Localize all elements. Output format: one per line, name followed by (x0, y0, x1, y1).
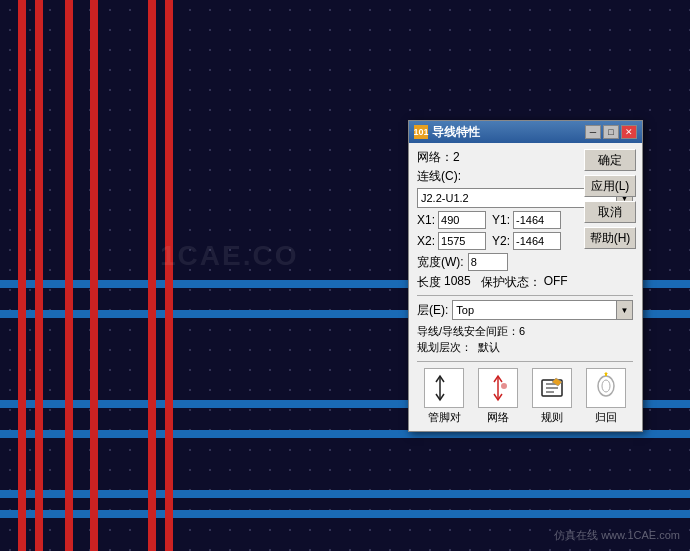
h-line-5 (0, 490, 690, 498)
v-line-5 (148, 0, 156, 551)
icon-network[interactable]: 网络 (471, 366, 525, 427)
x2-label: X2: (417, 234, 435, 248)
icon-tube-pair[interactable]: 管脚对 (417, 366, 471, 427)
protect-value: OFF (544, 274, 568, 291)
y1-field: Y1: (492, 211, 561, 229)
protect-label: 保护状态： (481, 274, 541, 291)
icon-rules[interactable]: 规则 (525, 366, 579, 427)
v-line-1 (18, 0, 26, 551)
safety-row: 导线/导线安全间距：6 (417, 324, 633, 339)
tube-pair-icon (428, 372, 460, 404)
icon-return[interactable]: 归回 (579, 366, 633, 427)
y1-input[interactable] (513, 211, 561, 229)
ok-button[interactable]: 确定 (584, 149, 636, 171)
maximize-button[interactable]: □ (603, 125, 619, 139)
svg-point-8 (598, 376, 614, 396)
dialog-title: 导线特性 (432, 124, 480, 141)
svg-marker-7 (552, 378, 562, 386)
rules-icon (536, 372, 568, 404)
dialog-titlebar: 101 导线特性 ─ □ ✕ (409, 121, 642, 143)
length-label: 长度 (417, 274, 441, 291)
y1-label: Y1: (492, 213, 510, 227)
layer-label: 层(E): (417, 302, 448, 319)
button-column: 确定 应用(L) 取消 帮助(H) (584, 149, 636, 249)
svg-point-2 (501, 383, 507, 389)
v-line-2 (35, 0, 43, 551)
x1-label: X1: (417, 213, 435, 227)
icon-return-label: 归回 (595, 410, 617, 425)
dialog-main: 网络：2 连线(C): J2.2-U1.2 ▼ X1: (417, 149, 690, 427)
cad-watermark: 1CAE.CO (160, 240, 298, 272)
svg-point-9 (602, 380, 610, 392)
minimize-button[interactable]: ─ (585, 125, 601, 139)
safety-label: 导线/导线安全间距：6 (417, 324, 525, 339)
cancel-button[interactable]: 取消 (584, 201, 636, 223)
close-button[interactable]: ✕ (621, 125, 637, 139)
dialog-title-left: 101 导线特性 (414, 124, 480, 141)
apply-button[interactable]: 应用(L) (584, 175, 636, 197)
width-input[interactable] (468, 253, 508, 271)
protect-item: 保护状态： OFF (481, 274, 568, 291)
v-line-4 (90, 0, 98, 551)
rules-value: 默认 (478, 340, 500, 355)
icon-tube-pair-label: 管脚对 (428, 410, 461, 425)
x2-field: X2: (417, 232, 486, 250)
v-line-3 (65, 0, 73, 551)
icon-tube-pair-box (424, 368, 464, 408)
divider-1 (417, 295, 633, 296)
y2-field: Y2: (492, 232, 561, 250)
icon-return-box (586, 368, 626, 408)
layer-dropdown[interactable]: Top ▼ (452, 300, 633, 320)
icon-network-box (478, 368, 518, 408)
dialog-controls: ─ □ ✕ (585, 125, 637, 139)
v-line-6 (165, 0, 173, 551)
length-item: 长度 1085 (417, 274, 471, 291)
x1-input[interactable] (438, 211, 486, 229)
width-row: 宽度(W): (417, 253, 633, 271)
return-icon (590, 372, 622, 404)
x1-field: X1: (417, 211, 486, 229)
length-value: 1085 (444, 274, 471, 291)
length-protect-row: 长度 1085 保护状态： OFF (417, 274, 633, 291)
help-button[interactable]: 帮助(H) (584, 227, 636, 249)
wire-properties-dialog: 101 导线特性 ─ □ ✕ 网络：2 连线(C): J2.2-U1.2 (408, 120, 643, 432)
layer-row: 层(E): Top ▼ (417, 300, 633, 320)
y2-input[interactable] (513, 232, 561, 250)
svg-marker-11 (604, 372, 608, 374)
icon-rules-box (532, 368, 572, 408)
conn-label: 连线(C): (417, 168, 461, 185)
icon-row: 管脚对 网络 (417, 361, 633, 427)
layer-value: Top (453, 304, 616, 316)
y2-label: Y2: (492, 234, 510, 248)
dialog-app-icon: 101 (414, 125, 428, 139)
x2-input[interactable] (438, 232, 486, 250)
h-line-6 (0, 510, 690, 518)
rules-label: 规划层次： (417, 340, 472, 355)
width-label: 宽度(W): (417, 254, 464, 271)
bottom-watermark: 仿真在线 www.1CAE.com (554, 528, 680, 543)
network-icon (482, 372, 514, 404)
layer-dropdown-arrow[interactable]: ▼ (616, 301, 632, 319)
rules-row: 规划层次： 默认 (417, 340, 633, 355)
icon-network-label: 网络 (487, 410, 509, 425)
icon-rules-label: 规则 (541, 410, 563, 425)
